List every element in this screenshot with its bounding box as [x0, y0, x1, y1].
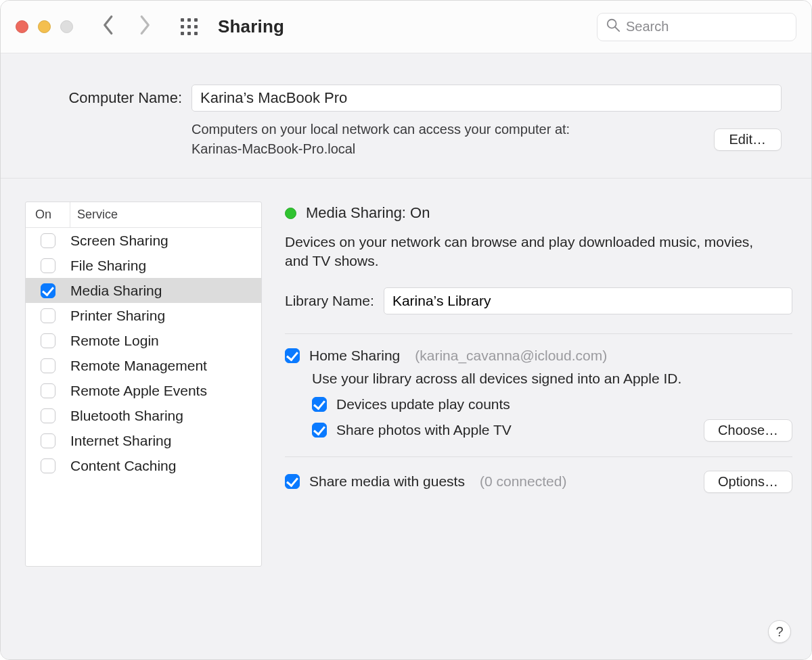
home-sharing-checkbox[interactable]: [285, 348, 300, 363]
minimize-window-button[interactable]: [38, 20, 51, 33]
divider: [285, 333, 792, 334]
library-name-input[interactable]: [384, 287, 792, 314]
service-label: Media Sharing: [70, 283, 162, 299]
share-guests-label: Share media with guests: [309, 473, 465, 490]
pane-title: Sharing: [218, 16, 284, 37]
service-header-service[interactable]: Service: [70, 208, 118, 222]
service-list-header: On Service: [26, 202, 261, 228]
preferences-window: Sharing Computer Name: Computers on your…: [0, 0, 812, 660]
svg-rect-6: [181, 32, 184, 35]
home-sharing-account: (karina_cavanna@icloud.com): [415, 348, 607, 364]
svg-rect-7: [187, 32, 191, 35]
service-list: On Service Screen SharingFile SharingMed…: [25, 202, 262, 567]
computer-name-subtext-line2: Karinas-MacBook-Pro.local: [191, 141, 355, 156]
status-indicator-icon: [285, 208, 296, 219]
service-row[interactable]: Printer Sharing: [26, 303, 261, 328]
service-row[interactable]: Remote Login: [26, 328, 261, 353]
share-guests-checkbox[interactable]: [285, 474, 300, 489]
search-icon: [606, 18, 626, 36]
service-checkbox[interactable]: [41, 308, 55, 323]
divider: [285, 456, 792, 457]
close-window-button[interactable]: [16, 20, 28, 33]
search-field-container[interactable]: [597, 13, 796, 41]
back-button[interactable]: [102, 15, 116, 39]
home-sharing-label: Home Sharing: [309, 348, 400, 364]
zoom-window-button[interactable]: [60, 20, 73, 33]
service-label: Printer Sharing: [70, 308, 165, 324]
service-row[interactable]: Content Caching: [26, 453, 261, 478]
status-title: Media Sharing: On: [306, 204, 430, 222]
window-controls: [16, 20, 73, 33]
service-checkbox[interactable]: [41, 283, 55, 298]
computer-name-section: Computer Name: Computers on your local n…: [1, 53, 811, 179]
service-label: File Sharing: [70, 258, 146, 274]
svg-rect-3: [181, 25, 184, 28]
service-row[interactable]: Remote Management: [26, 353, 261, 378]
service-label: Remote Login: [70, 333, 159, 349]
share-guests-count: (0 connected): [480, 473, 566, 490]
service-row[interactable]: Bluetooth Sharing: [26, 403, 261, 428]
home-sharing-description: Use your library across all devices sign…: [312, 371, 792, 387]
service-checkbox[interactable]: [41, 383, 55, 398]
computer-name-input[interactable]: [191, 85, 782, 112]
service-checkbox[interactable]: [41, 358, 55, 373]
toolbar: Sharing: [1, 1, 811, 53]
play-counts-label: Devices update play counts: [336, 396, 510, 412]
share-photos-checkbox[interactable]: [312, 423, 327, 438]
computer-name-label: Computer Name:: [30, 89, 191, 107]
service-row[interactable]: Screen Sharing: [26, 228, 261, 253]
search-input[interactable]: [626, 19, 788, 34]
play-counts-checkbox[interactable]: [312, 397, 327, 412]
service-label: Remote Apple Events: [70, 383, 207, 399]
service-label: Remote Management: [70, 358, 207, 374]
computer-name-subtext-line1: Computers on your local network can acce…: [191, 122, 570, 137]
service-label: Bluetooth Sharing: [70, 408, 183, 424]
service-row[interactable]: Internet Sharing: [26, 428, 261, 453]
service-checkbox[interactable]: [41, 408, 55, 423]
svg-rect-5: [194, 25, 198, 28]
edit-hostname-button[interactable]: Edit…: [714, 128, 782, 151]
svg-rect-2: [194, 18, 198, 22]
svg-rect-0: [181, 18, 184, 22]
main-area: On Service Screen SharingFile SharingMed…: [1, 179, 811, 659]
share-photos-label: Share photos with Apple TV: [336, 422, 512, 438]
service-checkbox[interactable]: [41, 333, 55, 348]
service-label: Screen Sharing: [70, 233, 168, 249]
service-label: Content Caching: [70, 458, 176, 474]
help-button[interactable]: ?: [768, 620, 791, 643]
service-checkbox[interactable]: [41, 258, 55, 273]
svg-line-10: [615, 27, 619, 31]
status-description: Devices on your network can browse and p…: [285, 233, 772, 271]
service-header-on[interactable]: On: [26, 202, 70, 227]
library-name-label: Library Name:: [285, 293, 374, 309]
nav-arrows: [102, 15, 152, 39]
service-checkbox[interactable]: [41, 458, 55, 473]
service-checkbox[interactable]: [41, 433, 55, 448]
detail-pane: Media Sharing: On Devices on your networ…: [285, 202, 792, 640]
computer-name-subtext: Computers on your local network can acce…: [191, 120, 570, 159]
svg-rect-8: [194, 32, 198, 35]
svg-rect-4: [187, 25, 191, 28]
service-checkbox[interactable]: [41, 233, 55, 248]
service-row[interactable]: File Sharing: [26, 253, 261, 278]
show-all-icon[interactable]: [180, 18, 199, 37]
choose-photos-button[interactable]: Choose…: [704, 419, 792, 442]
service-row[interactable]: Media Sharing: [26, 278, 261, 303]
forward-button[interactable]: [137, 15, 152, 39]
service-row[interactable]: Remote Apple Events: [26, 378, 261, 403]
guest-options-button[interactable]: Options…: [704, 471, 792, 493]
service-label: Internet Sharing: [70, 433, 171, 449]
svg-rect-1: [187, 18, 191, 22]
